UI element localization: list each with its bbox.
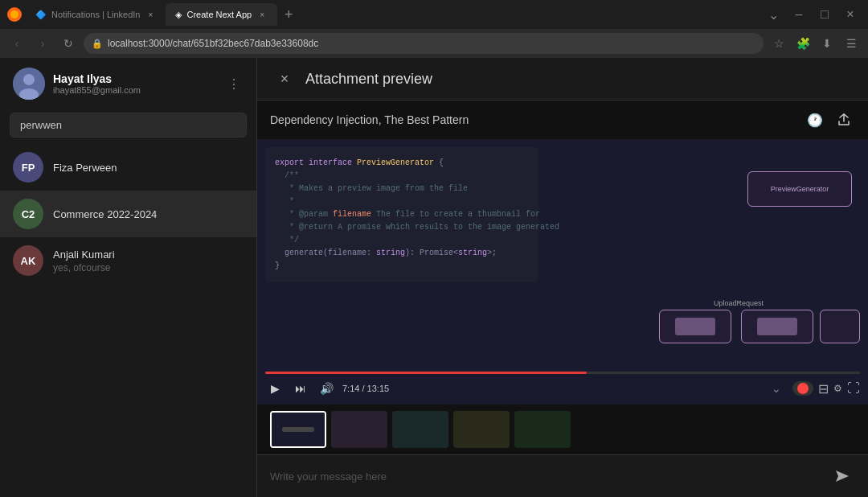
user-name: Hayat Ilyas: [53, 72, 216, 85]
user-info: Hayat Ilyas ihayat855@gmail.com: [53, 72, 216, 95]
contact-info-ak: Anjali Kumari yes, ofcourse: [53, 249, 244, 273]
user-avatar: [13, 68, 45, 100]
svg-point-1: [10, 10, 18, 18]
contact-avatar-ak: AK: [13, 245, 43, 276]
send-button[interactable]: [829, 463, 855, 489]
contact-list: FP Fiza Perween C2 Commerce 2022-2024 AK…: [0, 144, 256, 497]
contact-info-fp: Fiza Perween: [53, 162, 244, 174]
contact-info-c2: Commerce 2022-2024: [53, 208, 244, 220]
nav-right-controls: ☆ 🧩 ⬇ ☰: [768, 33, 862, 54]
video-container: Dependency Injection, The Best Pattern 🕐…: [257, 101, 868, 454]
svg-point-3: [23, 74, 35, 85]
preview-panel: × Attachment preview Dependency Injectio…: [257, 58, 868, 497]
tab-ctrl-close[interactable]: ×: [839, 3, 862, 26]
toggle-control[interactable]: [792, 381, 813, 396]
tab-ctrl-list[interactable]: ⌄: [762, 3, 784, 26]
preview-close-button[interactable]: ×: [273, 68, 296, 90]
video-controls: ▶ ⏭ 🔊 7:14 / 13:15 ⌄ ⊟ ⚙: [257, 372, 868, 405]
new-tab-button[interactable]: +: [277, 3, 300, 26]
sidebar-menu-button[interactable]: ⋮: [224, 73, 244, 95]
menu-button[interactable]: ☰: [841, 33, 862, 54]
time-display: 7:14 / 13:15: [342, 384, 760, 393]
volume-button[interactable]: 🔊: [317, 379, 336, 398]
controls-row: ▶ ⏭ 🔊 7:14 / 13:15 ⌄ ⊟ ⚙: [265, 379, 860, 398]
video-share-button[interactable]: [833, 109, 855, 131]
code-panel: export interface PreviewGenerator { /** …: [265, 147, 538, 282]
preview-header: × Attachment preview: [257, 58, 868, 101]
sidebar: Hayat Ilyas ihayat855@gmail.com ⋮ FP Fiz…: [0, 58, 257, 497]
url-text: localhost:3000/chat/651bf32bec67dab3e336…: [108, 38, 755, 49]
browser-chrome: 🔷 Notifications | LinkedIn × ◈ Create Ne…: [0, 0, 868, 58]
contact-name-fp: Fiza Perween: [53, 162, 244, 174]
contact-avatar-fp: FP: [13, 152, 43, 183]
skip-button[interactable]: ⏭: [291, 379, 310, 398]
contact-item-c2[interactable]: C2 Commerce 2022-2024: [0, 191, 256, 237]
lock-icon: 🔒: [92, 39, 103, 49]
thumbnail-1[interactable]: [270, 411, 326, 448]
app-body: Hayat Ilyas ihayat855@gmail.com ⋮ FP Fiz…: [0, 58, 868, 497]
thumbnail-4[interactable]: [453, 411, 510, 448]
extensions-button[interactable]: 🧩: [792, 33, 813, 54]
sidebar-header: Hayat Ilyas ihayat855@gmail.com ⋮: [0, 58, 256, 109]
tab-linkedin-close[interactable]: ×: [145, 9, 156, 20]
browser-logo: [6, 6, 23, 23]
thumbnail-2[interactable]: [331, 411, 387, 448]
thumbnails-bar: [257, 405, 868, 454]
message-input[interactable]: [270, 470, 821, 483]
video-area: export interface PreviewGenerator { /** …: [257, 139, 868, 372]
progress-bar[interactable]: [265, 372, 860, 374]
captions-button[interactable]: ⊟: [818, 381, 829, 396]
tab-ctrl-minimize[interactable]: –: [788, 3, 810, 26]
bookmark-button[interactable]: ☆: [768, 33, 789, 54]
video-action-buttons: 🕐: [804, 109, 855, 131]
toggle-dot: [797, 383, 809, 394]
right-controls: ⊟ ⚙ ⛶: [792, 381, 860, 396]
upload-request-label: UploadRequest: [714, 299, 764, 307]
expand-dropdown[interactable]: ⌄: [767, 379, 786, 398]
nav-back-button[interactable]: ‹: [6, 33, 27, 54]
main-content: × Attachment preview Dependency Injectio…: [257, 58, 868, 497]
contact-avatar-c2: C2: [13, 199, 43, 229]
diagram-bottom-nodes: [659, 310, 860, 343]
preview-title: Attachment preview: [305, 71, 852, 88]
diagram-node-preview: PreviewGenerator: [747, 171, 852, 207]
play-button[interactable]: ▶: [265, 379, 285, 398]
contact-preview-ak: yes, ofcourse: [53, 262, 244, 273]
contact-item-ak[interactable]: AK Anjali Kumari yes, ofcourse: [0, 237, 256, 284]
contact-item-fp[interactable]: FP Fiza Perween: [0, 144, 256, 191]
address-bar[interactable]: 🔒 localhost:3000/chat/651bf32bec67dab3e3…: [84, 33, 764, 54]
thumbnail-3[interactable]: [392, 411, 448, 448]
browser-navbar: ‹ › ↻ 🔒 localhost:3000/chat/651bf32bec67…: [0, 29, 868, 58]
tab-nextapp[interactable]: ◈ Create Next App ×: [166, 3, 277, 26]
video-clock-button[interactable]: 🕐: [804, 109, 826, 131]
tab-linkedin[interactable]: 🔷 Notifications | LinkedIn ×: [26, 3, 166, 26]
video-title-label: Dependency Injection, The Best Pattern: [270, 113, 469, 126]
video-title-bar: Dependency Injection, The Best Pattern 🕐: [257, 101, 868, 139]
search-input[interactable]: [10, 113, 247, 138]
downloads-button[interactable]: ⬇: [817, 33, 837, 54]
tab-nextapp-close[interactable]: ×: [256, 9, 268, 20]
progress-fill: [265, 372, 587, 374]
nav-refresh-button[interactable]: ↻: [58, 33, 79, 54]
nav-forward-button[interactable]: ›: [32, 33, 53, 54]
contact-name-c2: Commerce 2022-2024: [53, 208, 244, 220]
message-bar: [257, 454, 868, 497]
browser-tabbar: 🔷 Notifications | LinkedIn × ◈ Create Ne…: [0, 0, 868, 29]
tab-ctrl-maximize[interactable]: □: [813, 3, 836, 26]
settings-button[interactable]: ⚙: [833, 383, 842, 394]
tab-controls: ⌄ – □ ×: [762, 3, 862, 26]
user-email: ihayat855@gmail.com: [53, 85, 216, 95]
fullscreen-button[interactable]: ⛶: [847, 381, 860, 396]
contact-name-ak: Anjali Kumari: [53, 249, 244, 261]
thumbnail-5[interactable]: [514, 411, 571, 448]
